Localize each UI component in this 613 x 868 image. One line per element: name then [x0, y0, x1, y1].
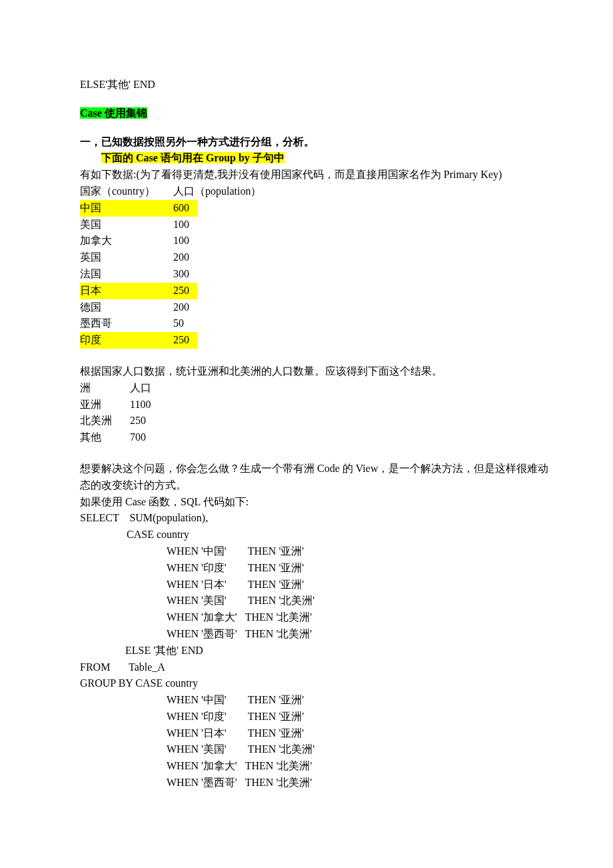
country-name: 印度 — [80, 334, 101, 345]
result-intro: 根据国家人口数据，统计亚洲和北美洲的人口数量。应该得到下面这个结果。 — [80, 363, 553, 380]
result-pop: 1100 — [130, 397, 151, 413]
sql-when: WHEN '日本' THEN '亚洲' — [80, 577, 553, 593]
country-table-header: 国家（country） 人口（population） — [80, 183, 553, 200]
sql-when: WHEN '日本' THEN '亚洲' — [80, 725, 553, 742]
subtitle-2-wrap: 下面的 Case 语句用在 Group by 子句中 — [80, 150, 553, 167]
result-name: 亚洲 — [80, 397, 130, 413]
country-pop: 100 — [173, 233, 189, 249]
sql-when: WHEN '墨西哥' THEN '北美洲' — [80, 775, 553, 791]
sql-from: FROM Table_A — [80, 659, 553, 676]
country-pop: 200 — [173, 249, 189, 266]
section-title: Case 使用集锦 — [80, 107, 147, 119]
sql-else: ELSE '其他' END — [80, 643, 553, 659]
sql-when: WHEN '印度' THEN '亚洲' — [80, 709, 553, 725]
country-name: 日本 — [80, 285, 101, 296]
sql-when: WHEN '加拿大' THEN '北美洲' — [80, 758, 553, 775]
section-title-wrap: Case 使用集锦 — [80, 105, 553, 122]
sql-groupby: GROUP BY CASE country — [80, 675, 553, 692]
country-name: 法国 — [80, 266, 173, 283]
country-name: 墨西哥 — [80, 315, 173, 332]
country-pop: 250 — [173, 332, 197, 349]
sql-select: SELECT SUM(population), — [80, 510, 553, 527]
subtitle-2: 下面的 Case 语句用在 Group by 子句中 — [101, 152, 285, 163]
header-country: 国家（country） — [80, 183, 173, 200]
sql-when: WHEN '加拿大' THEN '北美洲' — [80, 609, 553, 626]
country-rows: 中国600 美国100 加拿大100 英国200 法国300 日本250 德国2… — [80, 200, 553, 349]
document-page: ELSE'其他' END Case 使用集锦 一，已知数据按照另外一种方式进行分… — [0, 0, 613, 868]
country-pop: 200 — [173, 299, 189, 316]
country-name: 美国 — [80, 217, 173, 233]
country-name: 德国 — [80, 299, 173, 316]
country-name: 中国 — [80, 202, 101, 213]
sql-case: CASE country — [80, 527, 553, 543]
result-name: 其他 — [80, 429, 130, 446]
result-name: 北美洲 — [80, 413, 130, 429]
country-pop: 300 — [173, 266, 189, 283]
sql-when: WHEN '印度' THEN '亚洲' — [80, 560, 553, 577]
explain-1: 想要解决这个问题，你会怎么做？生成一个带有洲 Code 的 View，是一个解决… — [80, 461, 553, 494]
explain-2: 如果使用 Case 函数，SQL 代码如下: — [80, 494, 553, 511]
country-name: 加拿大 — [80, 233, 173, 249]
sql-block: SELECT SUM(population), CASE country WHE… — [80, 510, 553, 791]
sql-when: WHEN '美国' THEN '北美洲' — [80, 593, 553, 609]
country-pop: 50 — [173, 315, 184, 332]
result-pop: 700 — [130, 429, 146, 446]
country-pop: 600 — [173, 200, 197, 217]
sql-when: WHEN '中国' THEN '亚洲' — [80, 543, 553, 560]
result-header-population: 人口 — [130, 380, 151, 397]
intro-text: 有如下数据:(为了看得更清楚,我并没有使用国家代码，而是直接用国家名作为 Pri… — [80, 167, 553, 183]
header-code-fragment: ELSE'其他' END — [80, 77, 553, 93]
result-header: 洲 人口 — [80, 380, 553, 397]
sql-when: WHEN '美国' THEN '北美洲' — [80, 741, 553, 758]
result-pop: 250 — [130, 413, 146, 429]
subtitle-1: 一，已知数据按照另外一种方式进行分组，分析。 — [80, 134, 553, 151]
header-population: 人口（population） — [173, 183, 306, 200]
country-pop: 100 — [173, 217, 189, 233]
sql-when: WHEN '中国' THEN '亚洲' — [80, 692, 553, 709]
country-pop: 250 — [173, 283, 197, 299]
country-name: 英国 — [80, 249, 173, 266]
result-header-continent: 洲 — [80, 380, 130, 397]
sql-when: WHEN '墨西哥' THEN '北美洲' — [80, 626, 553, 643]
